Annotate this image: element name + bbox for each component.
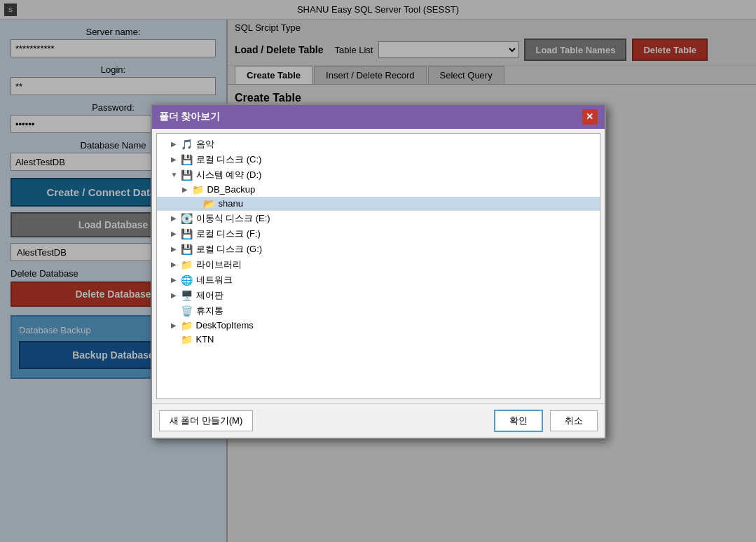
- tree-item-db-backup[interactable]: ▶ 📁 DB_Backup: [157, 183, 600, 197]
- tree-item-system-d[interactable]: ▼ 💾 시스템 예약 (D:): [157, 167, 600, 183]
- tree-item-desktop[interactable]: ▶ 📁 DeskTopItems: [157, 319, 600, 333]
- tree-label-drive-g: 로컬 디스크 (G:): [196, 243, 263, 256]
- tree-item-local-c[interactable]: ▶ 💾 로컬 디스크 (C:): [157, 152, 600, 167]
- folder-dialog: 폴더 찾아보기 ✕ ▶ 🎵 음악 ▶ 💾 로컬 디스크 (C:) ▼: [151, 104, 606, 439]
- tree-item-music[interactable]: ▶ 🎵 음악: [157, 137, 600, 152]
- tree-label-shanu: shanu: [219, 198, 243, 209]
- tree-label-desktop: DeskTopItems: [196, 320, 254, 331]
- tree-item-shanu[interactable]: 📂 shanu: [157, 197, 600, 211]
- tree-arrow-local-c: ▶: [171, 155, 181, 163]
- drive-g-icon: 💾: [181, 244, 193, 255]
- dialog-footer: 새 폴더 만들기(M) 확인 취소: [152, 403, 605, 438]
- desktop-items-icon: 📁: [181, 320, 193, 331]
- tree-item-drive-g[interactable]: ▶ 💾 로컬 디스크 (G:): [157, 242, 600, 257]
- tree-item-drive-e[interactable]: ▶ 💽 이동식 디스크 (E:): [157, 211, 600, 226]
- dialog-close-button[interactable]: ✕: [582, 109, 598, 125]
- tree-label-library: 라이브러리: [196, 258, 242, 271]
- folder-dialog-overlay: 폴더 찾아보기 ✕ ▶ 🎵 음악 ▶ 💾 로컬 디스크 (C:) ▼: [0, 0, 756, 542]
- tree-item-library[interactable]: ▶ 📁 라이브러리: [157, 257, 600, 272]
- tree-label-control: 제어판: [196, 289, 224, 302]
- drive-d-icon: 💾: [181, 169, 193, 181]
- new-folder-button[interactable]: 새 폴더 만들기(M): [159, 410, 254, 431]
- tree-label-network: 네트워크: [196, 274, 233, 286]
- confirm-button[interactable]: 확인: [494, 410, 543, 432]
- tree-label-local-c: 로컬 디스크 (C:): [196, 153, 262, 166]
- tree-label-system-d: 시스템 예약 (D:): [196, 169, 262, 181]
- dialog-title: 폴더 찾아보기: [159, 111, 221, 123]
- tree-arrow-desktop: ▶: [171, 321, 181, 329]
- music-folder-icon: 🎵: [181, 139, 193, 150]
- tree-arrow-drive-f: ▶: [171, 230, 181, 237]
- tree-label-ktn: KTN: [196, 334, 214, 345]
- tree-label-drive-f: 로컬 디스크 (F:): [196, 228, 261, 240]
- cancel-button[interactable]: 취소: [550, 410, 598, 431]
- drive-f-icon: 💾: [181, 228, 193, 239]
- drive-c-icon: 💾: [181, 154, 193, 165]
- shanu-folder-icon: 📂: [203, 198, 216, 209]
- tree-arrow-drive-e: ▶: [171, 214, 181, 222]
- control-panel-icon: 🖥️: [181, 290, 193, 301]
- tree-item-network[interactable]: ▶ 🌐 네트워크: [157, 272, 600, 288]
- dialog-titlebar: 폴더 찾아보기 ✕: [152, 105, 605, 129]
- tree-item-ktn[interactable]: 📁 KTN: [157, 333, 600, 347]
- tree-item-drive-f[interactable]: ▶ 💾 로컬 디스크 (F:): [157, 226, 600, 242]
- tree-item-trash[interactable]: 🗑️ 휴지통: [157, 303, 600, 319]
- library-icon: 📁: [181, 259, 193, 270]
- tree-arrow-control: ▶: [171, 291, 181, 299]
- folder-tree-container[interactable]: ▶ 🎵 음악 ▶ 💾 로컬 디스크 (C:) ▼ 💾 시스템 예약 (D:) ▶: [156, 133, 600, 399]
- ktn-folder-icon: 📁: [181, 334, 193, 345]
- tree-arrow-network: ▶: [171, 276, 181, 284]
- tree-arrow-drive-g: ▶: [171, 245, 181, 253]
- tree-arrow-music: ▶: [171, 140, 181, 148]
- trash-icon: 🗑️: [181, 305, 193, 317]
- tree-arrow-system-d: ▼: [171, 171, 181, 179]
- tree-item-control[interactable]: ▶ 🖥️ 제어판: [157, 288, 600, 303]
- tree-arrow-db-backup: ▶: [182, 186, 192, 193]
- dialog-body: ▶ 🎵 음악 ▶ 💾 로컬 디스크 (C:) ▼ 💾 시스템 예약 (D:) ▶: [152, 129, 605, 403]
- network-icon: 🌐: [181, 275, 193, 286]
- tree-label-trash: 휴지통: [196, 305, 224, 317]
- drive-e-icon: 💽: [181, 213, 193, 224]
- db-backup-folder-icon: 📁: [192, 184, 205, 195]
- tree-arrow-library: ▶: [171, 260, 181, 268]
- tree-label-music: 음악: [196, 138, 214, 151]
- tree-label-db-backup: DB_Backup: [207, 184, 256, 195]
- tree-label-drive-e: 이동식 디스크 (E:): [196, 212, 270, 225]
